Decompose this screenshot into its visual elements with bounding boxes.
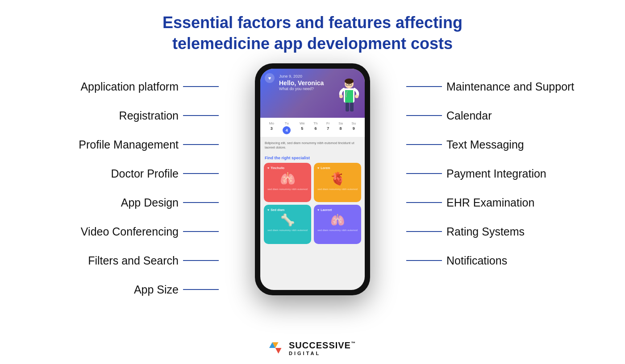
feature-label: Rating Systems: [446, 225, 525, 238]
phone-mockup: ♥ June 9, 2020 Hello, Veronica What do y…: [255, 63, 370, 295]
feature-label: Text Messaging: [446, 138, 524, 151]
connector-line: [183, 144, 219, 145]
connector-line: [183, 115, 219, 116]
feature-filters-search: Filters and Search: [13, 246, 219, 275]
feature-notifications: Notifications: [406, 246, 612, 275]
infographic-container: ♥ June 9, 2020 Hello, Veronica What do y…: [0, 59, 625, 364]
feature-profile-management: Profile Management: [13, 130, 219, 159]
logo-brand: SUCCESSIVE™: [289, 340, 356, 351]
card-laoreet: Laoreet 🫁 sed diam nonummy nibh euismod: [314, 205, 361, 244]
feature-rating: Rating Systems: [406, 217, 612, 246]
connector-line: [183, 86, 219, 87]
feature-video-conferencing: Video Conferencing: [13, 217, 219, 246]
left-features: Application platform Registration Profil…: [13, 59, 219, 304]
svg-marker-11: [275, 348, 282, 354]
feature-label: Video Conferencing: [81, 225, 179, 238]
svg-point-1: [345, 79, 354, 84]
connector-line: [406, 231, 442, 232]
connector-line: [406, 260, 442, 261]
doctor-illustration: [331, 78, 360, 118]
logo-icon: [269, 340, 285, 356]
feature-label: Maintenance and Support: [446, 80, 574, 93]
svg-point-7: [355, 95, 358, 98]
connector-line: [183, 173, 219, 174]
feature-label: Filters and Search: [88, 254, 179, 267]
page-title: Essential factors and features affecting…: [0, 0, 625, 54]
logo-section: SUCCESSIVE™ DIGITAL: [269, 340, 356, 356]
phone-description: Bdipiscing elit, sed diam nonummy nibh e…: [260, 137, 365, 154]
feature-label: Notifications: [446, 254, 507, 267]
feature-label: Registration: [119, 109, 179, 122]
cal-day-su: Su9: [351, 121, 356, 134]
feature-label: Profile Management: [79, 138, 179, 151]
logo-text: SUCCESSIVE™ DIGITAL: [289, 340, 356, 356]
feature-application-platform: Application platform: [13, 72, 219, 101]
connector-line: [183, 260, 219, 261]
specialist-cards: Tinchullo 🫁 sed diam nonummy nibh euismo…: [260, 163, 365, 248]
feature-registration: Registration: [13, 101, 219, 130]
svg-rect-9: [350, 103, 354, 112]
feature-label: App Size: [134, 283, 179, 296]
feature-label: Payment Integration: [446, 167, 546, 180]
card-lorem: Lorem 🫀 sed diam nonummy nibh euismod: [314, 163, 361, 202]
svg-rect-8: [346, 103, 349, 112]
feature-doctor-profile: Doctor Profile: [13, 159, 219, 188]
feature-label: Calendar: [446, 109, 492, 122]
connector-line: [183, 231, 219, 232]
cal-day-th: Th6: [313, 121, 317, 134]
feature-ehr: EHR Examination: [406, 188, 612, 217]
connector-line: [406, 202, 442, 203]
feature-label: EHR Examination: [446, 196, 534, 209]
feature-label: App Design: [121, 196, 179, 209]
feature-label: Doctor Profile: [111, 167, 179, 180]
logo-sub: DIGITAL: [289, 351, 356, 356]
connector-line: [406, 173, 442, 174]
connector-line: [406, 144, 442, 145]
right-features: Maintenance and Support Calendar Text Me…: [406, 59, 612, 275]
cal-day-mo: Mo3: [269, 121, 274, 134]
connector-line: [183, 289, 219, 290]
cal-day-sa: Sa8: [338, 121, 343, 134]
cal-day-fr: Fr7: [326, 121, 330, 134]
heart-icon: ♥: [265, 73, 275, 83]
feature-payment: Payment Integration: [406, 159, 612, 188]
feature-calendar: Calendar: [406, 101, 612, 130]
connector-line: [406, 115, 442, 116]
cal-day-we: We5: [300, 121, 305, 134]
feature-text-messaging: Text Messaging: [406, 130, 612, 159]
feature-app-design: App Design: [13, 188, 219, 217]
svg-point-6: [339, 95, 343, 98]
cal-day-tu: Tu4: [283, 121, 291, 134]
connector-line: [406, 86, 442, 87]
feature-label: Application platform: [80, 80, 179, 93]
card-tinchullo: Tinchullo 🫁 sed diam nonummy nibh euismo…: [264, 163, 311, 202]
feature-maintenance: Maintenance and Support: [406, 72, 612, 101]
calendar-strip: Mo3 Tu4 We5 Th6 Fr7 Sa8: [260, 118, 365, 137]
specialist-title: Find the right specialist: [260, 154, 365, 163]
connector-line: [183, 202, 219, 203]
card-sed-diam: Sed diam 🦴 sed diam nonummy nibh euismod: [264, 205, 311, 244]
feature-app-size: App Size: [13, 275, 219, 304]
